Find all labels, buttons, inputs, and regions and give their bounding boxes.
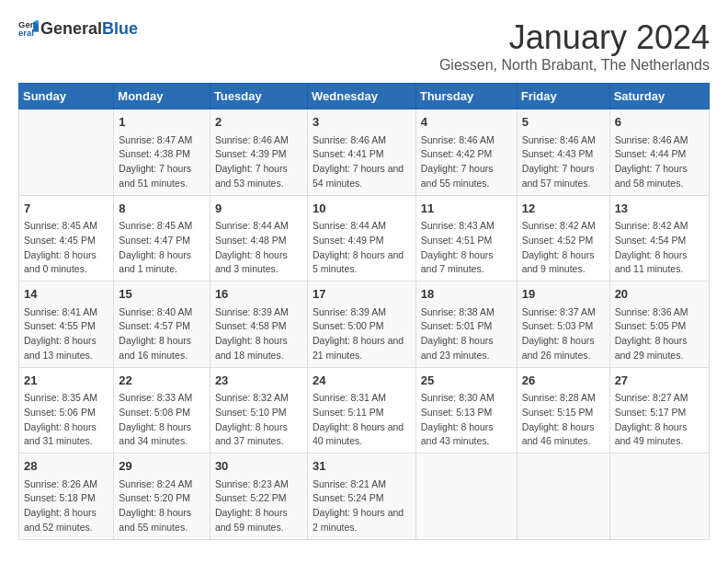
day-number: 10 xyxy=(313,200,411,218)
day-cell xyxy=(609,454,709,540)
day-number: 21 xyxy=(24,372,108,390)
day-cell: 6Sunrise: 8:46 AMSunset: 4:44 PMDaylight… xyxy=(609,109,709,196)
day-info: Sunrise: 8:28 AMSunset: 5:15 PMDaylight:… xyxy=(522,391,605,449)
day-cell: 15Sunrise: 8:40 AMSunset: 4:57 PMDayligh… xyxy=(114,282,210,368)
svg-text:eral: eral xyxy=(18,28,34,38)
header: Gen eral General Blue January 2024 Giess… xyxy=(18,18,710,74)
day-info: Sunrise: 8:46 AMSunset: 4:42 PMDaylight:… xyxy=(421,133,512,191)
header-cell-monday: Monday xyxy=(114,84,210,109)
day-number: 30 xyxy=(215,457,302,476)
logo-general: General xyxy=(40,19,102,39)
calendar-table: SundayMondayTuesdayWednesdayThursdayFrid… xyxy=(18,83,710,540)
day-info: Sunrise: 8:45 AMSunset: 4:47 PMDaylight:… xyxy=(119,219,205,277)
header-cell-wednesday: Wednesday xyxy=(307,84,415,109)
day-info: Sunrise: 8:35 AMSunset: 5:06 PMDaylight:… xyxy=(24,391,108,449)
day-info: Sunrise: 8:21 AMSunset: 5:24 PMDaylight:… xyxy=(313,477,411,535)
day-info: Sunrise: 8:42 AMSunset: 4:54 PMDaylight:… xyxy=(615,219,704,277)
header-cell-tuesday: Tuesday xyxy=(210,84,307,109)
day-cell: 19Sunrise: 8:37 AMSunset: 5:03 PMDayligh… xyxy=(517,282,609,368)
day-info: Sunrise: 8:31 AMSunset: 5:11 PMDaylight:… xyxy=(313,391,411,449)
day-number: 28 xyxy=(24,457,108,476)
day-info: Sunrise: 8:23 AMSunset: 5:22 PMDaylight:… xyxy=(215,477,302,535)
day-number: 22 xyxy=(119,372,205,390)
day-cell: 5Sunrise: 8:46 AMSunset: 4:43 PMDaylight… xyxy=(517,109,609,196)
day-number: 4 xyxy=(421,113,512,132)
week-row-0: 1Sunrise: 8:47 AMSunset: 4:38 PMDaylight… xyxy=(19,109,710,196)
day-cell xyxy=(19,109,114,196)
day-info: Sunrise: 8:46 AMSunset: 4:39 PMDaylight:… xyxy=(215,133,302,191)
day-info: Sunrise: 8:24 AMSunset: 5:20 PMDaylight:… xyxy=(119,477,205,535)
day-info: Sunrise: 8:47 AMSunset: 4:38 PMDaylight:… xyxy=(119,133,205,191)
week-row-1: 7Sunrise: 8:45 AMSunset: 4:45 PMDaylight… xyxy=(19,195,710,282)
day-cell: 22Sunrise: 8:33 AMSunset: 5:08 PMDayligh… xyxy=(114,367,210,454)
day-number: 15 xyxy=(119,285,205,304)
day-cell: 11Sunrise: 8:43 AMSunset: 4:51 PMDayligh… xyxy=(415,195,517,282)
day-info: Sunrise: 8:46 AMSunset: 4:44 PMDaylight:… xyxy=(615,133,704,191)
day-cell: 29Sunrise: 8:24 AMSunset: 5:20 PMDayligh… xyxy=(114,454,210,540)
day-number: 1 xyxy=(119,113,205,132)
day-cell: 21Sunrise: 8:35 AMSunset: 5:06 PMDayligh… xyxy=(19,367,114,454)
day-number: 19 xyxy=(522,285,605,304)
day-number: 7 xyxy=(24,200,108,218)
day-number: 14 xyxy=(24,285,108,304)
day-info: Sunrise: 8:39 AMSunset: 4:58 PMDaylight:… xyxy=(215,305,302,363)
day-cell: 14Sunrise: 8:41 AMSunset: 4:55 PMDayligh… xyxy=(19,282,114,368)
subtitle: Giessen, North Brabant, The Netherlands xyxy=(439,57,710,74)
day-cell xyxy=(415,454,517,540)
day-cell: 2Sunrise: 8:46 AMSunset: 4:39 PMDaylight… xyxy=(210,109,307,196)
day-number: 16 xyxy=(215,285,302,304)
day-info: Sunrise: 8:46 AMSunset: 4:43 PMDaylight:… xyxy=(522,133,605,191)
day-number: 20 xyxy=(615,285,704,304)
day-number: 23 xyxy=(215,372,302,390)
day-info: Sunrise: 8:27 AMSunset: 5:17 PMDaylight:… xyxy=(615,391,704,449)
day-info: Sunrise: 8:46 AMSunset: 4:41 PMDaylight:… xyxy=(313,133,411,191)
day-number: 13 xyxy=(615,200,704,218)
day-info: Sunrise: 8:40 AMSunset: 4:57 PMDaylight:… xyxy=(119,305,205,363)
day-cell: 31Sunrise: 8:21 AMSunset: 5:24 PMDayligh… xyxy=(307,454,415,540)
day-cell xyxy=(517,454,609,540)
logo-icon: Gen eral xyxy=(18,18,39,39)
day-info: Sunrise: 8:45 AMSunset: 4:45 PMDaylight:… xyxy=(24,219,108,277)
day-cell: 12Sunrise: 8:42 AMSunset: 4:52 PMDayligh… xyxy=(517,195,609,282)
day-number: 8 xyxy=(119,200,205,218)
week-row-3: 21Sunrise: 8:35 AMSunset: 5:06 PMDayligh… xyxy=(19,367,710,454)
header-cell-sunday: Sunday xyxy=(19,84,114,109)
day-cell: 28Sunrise: 8:26 AMSunset: 5:18 PMDayligh… xyxy=(19,454,114,540)
day-info: Sunrise: 8:39 AMSunset: 5:00 PMDaylight:… xyxy=(313,305,411,363)
day-cell: 9Sunrise: 8:44 AMSunset: 4:48 PMDaylight… xyxy=(210,195,307,282)
day-number: 6 xyxy=(615,113,704,132)
day-cell: 20Sunrise: 8:36 AMSunset: 5:05 PMDayligh… xyxy=(609,282,709,368)
calendar-header: SundayMondayTuesdayWednesdayThursdayFrid… xyxy=(19,84,710,109)
day-cell: 18Sunrise: 8:38 AMSunset: 5:01 PMDayligh… xyxy=(415,282,517,368)
day-cell: 13Sunrise: 8:42 AMSunset: 4:54 PMDayligh… xyxy=(609,195,709,282)
day-number: 27 xyxy=(615,372,704,390)
day-cell: 1Sunrise: 8:47 AMSunset: 4:38 PMDaylight… xyxy=(114,109,210,196)
header-cell-thursday: Thursday xyxy=(415,84,517,109)
day-info: Sunrise: 8:44 AMSunset: 4:48 PMDaylight:… xyxy=(215,219,302,277)
title-section: January 2024 Giessen, North Brabant, The… xyxy=(439,18,710,74)
day-number: 26 xyxy=(522,372,605,390)
day-cell: 7Sunrise: 8:45 AMSunset: 4:45 PMDaylight… xyxy=(19,195,114,282)
day-info: Sunrise: 8:36 AMSunset: 5:05 PMDaylight:… xyxy=(615,305,704,363)
day-cell: 17Sunrise: 8:39 AMSunset: 5:00 PMDayligh… xyxy=(307,282,415,368)
day-info: Sunrise: 8:30 AMSunset: 5:13 PMDaylight:… xyxy=(421,391,512,449)
day-cell: 23Sunrise: 8:32 AMSunset: 5:10 PMDayligh… xyxy=(210,367,307,454)
day-cell: 8Sunrise: 8:45 AMSunset: 4:47 PMDaylight… xyxy=(114,195,210,282)
calendar-body: 1Sunrise: 8:47 AMSunset: 4:38 PMDaylight… xyxy=(19,109,710,540)
day-cell: 30Sunrise: 8:23 AMSunset: 5:22 PMDayligh… xyxy=(210,454,307,540)
day-number: 12 xyxy=(522,200,605,218)
week-row-4: 28Sunrise: 8:26 AMSunset: 5:18 PMDayligh… xyxy=(19,454,710,540)
day-info: Sunrise: 8:41 AMSunset: 4:55 PMDaylight:… xyxy=(24,305,108,363)
day-info: Sunrise: 8:32 AMSunset: 5:10 PMDaylight:… xyxy=(215,391,302,449)
main-title: January 2024 xyxy=(439,18,710,57)
day-number: 25 xyxy=(421,372,512,390)
day-info: Sunrise: 8:26 AMSunset: 5:18 PMDaylight:… xyxy=(24,477,108,535)
header-cell-friday: Friday xyxy=(517,84,609,109)
day-cell: 25Sunrise: 8:30 AMSunset: 5:13 PMDayligh… xyxy=(415,367,517,454)
day-cell: 10Sunrise: 8:44 AMSunset: 4:49 PMDayligh… xyxy=(307,195,415,282)
day-cell: 4Sunrise: 8:46 AMSunset: 4:42 PMDaylight… xyxy=(415,109,517,196)
day-cell: 26Sunrise: 8:28 AMSunset: 5:15 PMDayligh… xyxy=(517,367,609,454)
day-number: 31 xyxy=(313,457,411,476)
day-info: Sunrise: 8:43 AMSunset: 4:51 PMDaylight:… xyxy=(421,219,512,277)
day-number: 5 xyxy=(522,113,605,132)
